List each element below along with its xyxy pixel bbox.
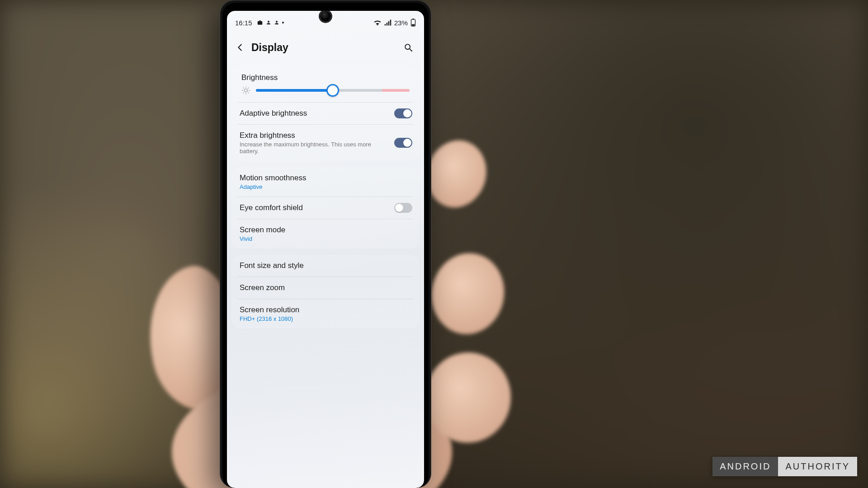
svg-line-10 [243,88,244,88]
status-right: 23% [373,19,416,27]
font-size-label: Font size and style [240,261,411,270]
watermark-left: ANDROID [712,457,778,476]
battery-text: 23% [394,19,408,27]
brightness-label: Brightness [231,65,420,83]
svg-line-12 [243,93,244,93]
wifi-icon [373,19,382,26]
screen-zoom-row[interactable]: Screen zoom [231,277,420,299]
person-icon [266,20,271,25]
svg-point-5 [245,89,248,92]
extra-brightness-desc: Increase the maximum brightness. This us… [240,141,388,155]
motion-smoothness-label: Motion smoothness [240,174,411,183]
phone-bezel: 16:15 [222,3,429,488]
display-card-2: Motion smoothness Adaptive Eye comfort s… [231,167,420,249]
search-icon [403,42,413,52]
screen-zoom-label: Screen zoom [240,283,411,292]
brightness-slider-row [231,83,420,102]
screen-resolution-value: FHD+ (2316 x 1080) [240,315,411,322]
watermark: ANDROID AUTHORITY [712,457,857,476]
svg-line-11 [248,93,249,93]
svg-line-4 [410,49,412,51]
page-title: Display [251,42,397,54]
scene-root: 16:15 [0,0,868,488]
chevron-left-icon [235,42,245,52]
settings-content: Brightness [227,59,424,328]
sun-icon [241,86,250,95]
svg-rect-1 [412,19,414,19]
adaptive-brightness-row[interactable]: Adaptive brightness [231,103,420,124]
eye-comfort-label: Eye comfort shield [240,203,388,212]
signal-icon [384,19,392,26]
display-card-3: Font size and style Screen zoom Screen r… [231,255,420,328]
svg-rect-2 [412,24,415,26]
person-icon-2 [274,20,279,25]
back-button[interactable] [233,41,247,54]
more-dot-icon [282,22,284,23]
eye-comfort-toggle[interactable] [394,203,412,213]
eye-comfort-row[interactable]: Eye comfort shield [231,197,420,219]
phone-screen: 16:15 [227,11,424,488]
motion-smoothness-value: Adaptive [240,183,411,190]
svg-point-3 [405,44,410,49]
front-camera [320,11,331,22]
screen-resolution-label: Screen resolution [240,305,411,314]
battery-icon [410,19,416,27]
status-time: 16:15 [235,19,252,27]
brightness-slider[interactable] [256,87,410,94]
slider-fill [256,89,333,92]
phone-frame: 16:15 [220,0,431,488]
screen-mode-label: Screen mode [240,225,411,235]
briefcase-icon [257,19,263,26]
extra-brightness-row[interactable]: Extra brightness Increase the maximum br… [231,125,420,161]
extra-brightness-label: Extra brightness [240,131,388,140]
motion-smoothness-row[interactable]: Motion smoothness Adaptive [231,167,420,197]
screen-resolution-row[interactable]: Screen resolution FHD+ (2316 x 1080) [231,299,420,328]
brightness-card: Brightness [231,65,420,161]
adaptive-brightness-toggle[interactable] [394,108,412,118]
search-button[interactable] [401,41,415,54]
status-left: 16:15 [235,19,284,27]
slider-thumb[interactable] [326,84,339,97]
slider-hot-zone [382,89,410,92]
svg-line-13 [248,88,249,88]
watermark-right: AUTHORITY [778,457,857,476]
screen-mode-value: Vivid [240,235,411,242]
screen-mode-row[interactable]: Screen mode Vivid [231,219,420,249]
adaptive-brightness-label: Adaptive brightness [240,109,388,118]
font-size-row[interactable]: Font size and style [231,255,420,277]
extra-brightness-toggle[interactable] [394,138,412,148]
page-header: Display [227,34,424,59]
